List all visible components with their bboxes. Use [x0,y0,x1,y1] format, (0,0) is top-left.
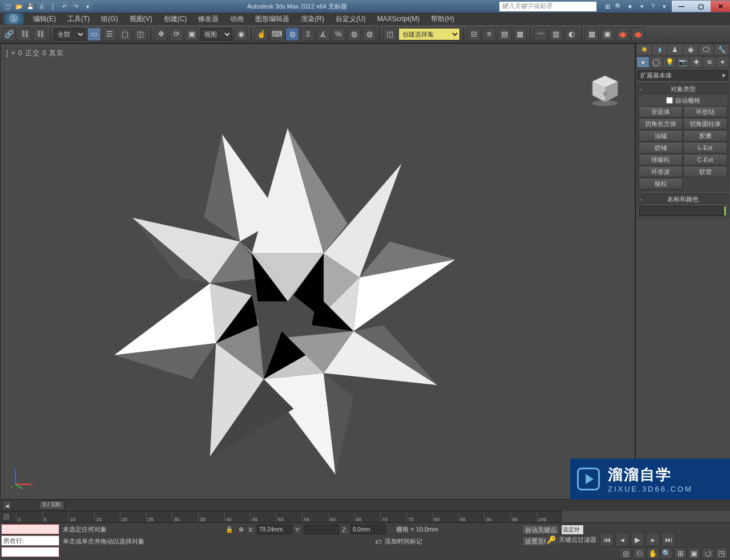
lock-icon[interactable]: 🔒 [225,525,234,534]
obj-btn-ringwave[interactable]: 环形波 [639,166,683,177]
viewport-canvas[interactable] [1,44,635,499]
auto-grid-checkbox[interactable] [666,97,673,104]
material-editor-icon[interactable]: ◐ [564,27,578,41]
systems-tab-icon[interactable]: ✦ [717,57,729,67]
obj-btn-cext[interactable]: C-Ext [683,154,727,165]
modify-tab-icon[interactable]: ◗ [652,44,667,55]
qat-open-icon[interactable]: 📂 [14,2,24,11]
mirror-icon[interactable]: ◫ [383,27,397,41]
time-slider-handle[interactable]: 0 / 100 [39,501,64,510]
help-search-input[interactable]: 键入关键字或短语 [499,2,596,11]
link-icon[interactable]: 🔗 [2,27,16,41]
window-crossing-icon[interactable]: ◫ [134,27,147,41]
obj-btn-capsule[interactable]: 胶囊 [683,130,727,141]
time-tag-icon[interactable]: 🏷 [373,537,382,546]
qat-new-icon[interactable]: ▢ [2,2,13,11]
qat-more-icon[interactable]: ▾ [82,2,92,11]
zoom-all-icon[interactable]: ⊞ [674,547,687,559]
motion-tab-icon[interactable]: ◉ [684,44,698,55]
menu-create[interactable]: 创建(C) [158,13,193,25]
category-dropdown[interactable]: 扩展基本体 ▾ [638,70,728,80]
geometry-tab-icon[interactable]: ● [637,57,649,67]
time-slider-left-icon[interactable]: ◂ [2,501,11,510]
maxscript-output[interactable] [1,524,59,534]
schematic-view-icon[interactable]: ▥ [549,27,563,41]
obj-btn-lext[interactable]: L-Ext [683,142,727,153]
obj-btn-chamfercyl[interactable]: 切角圆柱体 [683,118,727,129]
create-tab-icon[interactable]: ✺ [637,44,651,55]
z-coord-field[interactable]: 0.0mm [350,525,386,534]
track-bar[interactable]: 0 5 10 15 20 25 30 35 40 45 50 55 60 65 … [0,511,562,522]
exchange-icon[interactable]: ✦ [636,2,647,11]
qat-undo-icon[interactable]: ↶ [59,2,70,11]
maximize-button[interactable]: ▢ [691,1,711,12]
x-coord-field[interactable]: 79.24mm [257,525,292,534]
orbit-icon[interactable]: ⭯ [701,547,714,559]
mini-curve-editor-icon[interactable] [2,513,10,521]
search-icon[interactable]: 🔍 [614,2,624,11]
curve-editor-icon[interactable]: 〰 [534,27,547,41]
menu-views[interactable]: 视图(V) [124,13,158,25]
unlink-icon[interactable]: ⛓ [18,27,31,41]
selection-filter-select[interactable]: 全部 [54,28,86,40]
lights-tab-icon[interactable]: 💡 [664,57,676,67]
rotate-icon[interactable]: ⟳ [170,27,183,41]
pan-icon[interactable]: ✋ [647,547,659,559]
render-production-icon[interactable]: 🫖 [616,27,630,41]
coord-display-icon[interactable]: ⊕ [236,525,245,534]
maximize-viewport-icon[interactable]: ◳ [715,547,728,559]
help-icon[interactable]: ? [648,2,658,11]
menu-animation[interactable]: 动画 [224,13,249,25]
obj-btn-hose[interactable]: 软管 [683,166,727,177]
utilities-tab-icon[interactable]: 🔧 [715,44,729,55]
obj-btn-chamferbox[interactable]: 切角长方体 [639,118,683,129]
zoom-extents-icon[interactable]: ▣ [688,547,700,559]
hierarchy-tab-icon[interactable]: ♟ [668,44,682,55]
viewport[interactable]: [ + 0 正交 0 真实 [0,43,635,500]
menu-edit[interactable]: 编辑(E) [27,13,62,25]
move-icon[interactable]: ✥ [154,27,168,41]
menu-graph-editors[interactable]: 图形编辑器 [249,13,295,25]
angle-snap-icon[interactable]: 3 [301,27,314,41]
prev-frame-icon[interactable]: ◂ [615,533,629,546]
favorites-icon[interactable]: ★ [625,2,635,11]
key-filter-label[interactable]: 关键点过滤器 [559,535,596,544]
select-by-name-icon[interactable]: ☰ [103,27,116,41]
layer-manager-icon[interactable]: ▤ [498,27,511,41]
spinner-snap-icon[interactable]: % [332,27,345,41]
maxscript-input[interactable] [1,547,59,557]
named-selection-select[interactable]: 创建选择集 [398,28,460,40]
ribbon-icon[interactable]: ▦ [513,27,527,41]
application-button[interactable]: Ⓢ [3,13,24,25]
qat-saveas-icon[interactable]: ⎙ [37,2,47,11]
qat-save-icon[interactable]: 💾 [25,2,35,11]
rollout-header[interactable]: - 对象类型 [638,84,728,94]
subscription-icon[interactable]: ⊞ [602,2,612,11]
isolate-icon[interactable]: ◎ [619,547,632,559]
menu-group[interactable]: 组(G) [95,13,123,25]
percent-snap-icon[interactable]: ∡ [316,27,330,41]
color-swatch[interactable] [724,206,727,216]
render-setup-icon[interactable]: ▦ [585,27,599,41]
play-icon[interactable]: ▶ [631,533,644,546]
object-name-input[interactable] [639,206,723,216]
bind-spacewarp-icon[interactable]: ⛓ [33,27,47,41]
edit-named-sel-icon[interactable]: ◍ [347,27,361,41]
use-pivot-icon[interactable]: ◉ [234,27,248,41]
select-object-icon[interactable]: ▭ [87,27,101,41]
time-slider[interactable]: ◂ 0 / 100 [0,500,730,511]
help-dropdown-icon[interactable]: ▾ [659,2,669,11]
shapes-tab-icon[interactable]: ◯ [650,57,662,67]
named-sel-icon[interactable]: ◍ [362,27,376,41]
manipulate-icon[interactable]: ☝ [255,27,268,41]
minimize-button[interactable]: — [672,1,691,12]
cameras-tab-icon[interactable]: 📷 [677,57,689,67]
viewport-label[interactable]: [ + 0 正交 0 真实 [6,48,64,58]
y-coord-field[interactable] [304,525,339,534]
snap-toggle-icon[interactable]: ◍ [285,27,299,41]
goto-start-icon[interactable]: ⏮ [600,533,614,546]
next-frame-icon[interactable]: ▸ [646,533,660,546]
keyboard-shortcut-icon[interactable]: ⌨ [270,27,284,41]
ref-coord-select[interactable]: 视图 [200,28,232,40]
helpers-tab-icon[interactable]: ✚ [690,57,702,67]
